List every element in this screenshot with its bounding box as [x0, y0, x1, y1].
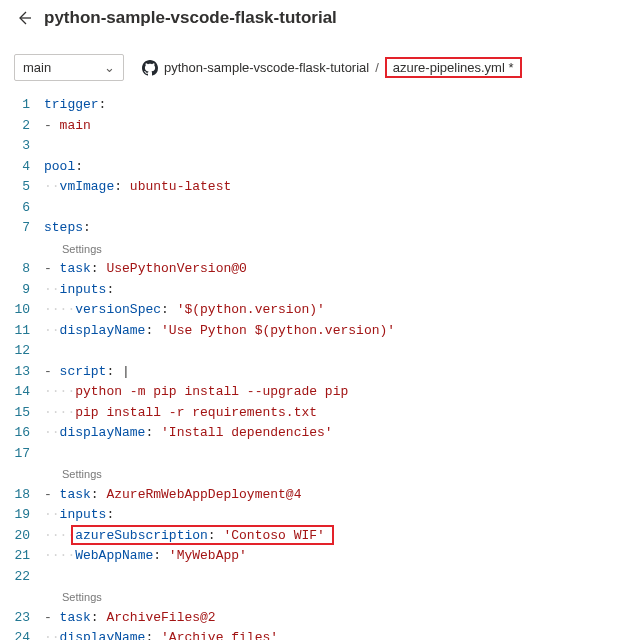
chevron-down-icon: ⌄	[104, 60, 115, 75]
code-line[interactable]: ··inputs:	[44, 280, 625, 301]
code-line[interactable]	[44, 444, 625, 465]
code-line[interactable]: ····WebAppName: 'MyWebApp'	[44, 546, 625, 567]
code-line[interactable]: - task: ArchiveFiles@2	[44, 608, 625, 629]
line-gutter: 123456789101112131415161718192021222324	[0, 95, 44, 640]
settings-link[interactable]: Settings	[44, 464, 625, 485]
back-arrow-icon[interactable]	[14, 8, 34, 28]
code-line[interactable]: ··displayName: 'Use Python $(python.vers…	[44, 321, 625, 342]
code-line[interactable]: - task: UsePythonVersion@0	[44, 259, 625, 280]
settings-link[interactable]: Settings	[44, 239, 625, 260]
code-line[interactable]: steps:	[44, 218, 625, 239]
code-line[interactable]: - task: AzureRmWebAppDeployment@4	[44, 485, 625, 506]
code-editor[interactable]: 123456789101112131415161718192021222324 …	[0, 89, 625, 640]
branch-selector[interactable]: main ⌄	[14, 54, 124, 81]
page-header: python-sample-vscode-flask-tutorial	[0, 0, 625, 42]
breadcrumb-repo[interactable]: python-sample-vscode-flask-tutorial	[164, 60, 369, 75]
breadcrumb: python-sample-vscode-flask-tutorial / az…	[142, 57, 522, 78]
code-line[interactable]: ····azureSubscription: 'Contoso WIF'	[44, 526, 625, 547]
settings-link[interactable]: Settings	[44, 587, 625, 608]
breadcrumb-file[interactable]: azure-pipelines.yml *	[385, 57, 522, 78]
code-line[interactable]: - main	[44, 116, 625, 137]
github-icon	[142, 60, 158, 76]
breadcrumb-separator: /	[375, 60, 379, 75]
code-line[interactable]: ··vmImage: ubuntu-latest	[44, 177, 625, 198]
code-line[interactable]: ··displayName: 'Install dependencies'	[44, 423, 625, 444]
code-line[interactable]: - script: |	[44, 362, 625, 383]
toolbar: main ⌄ python-sample-vscode-flask-tutori…	[0, 42, 625, 89]
code-line[interactable]: ····versionSpec: '$(python.version)'	[44, 300, 625, 321]
branch-name: main	[23, 60, 51, 75]
code-line[interactable]	[44, 341, 625, 362]
code-line[interactable]: pool:	[44, 157, 625, 178]
code-line[interactable]	[44, 136, 625, 157]
code-line[interactable]	[44, 567, 625, 588]
code-line[interactable]: ····python -m pip install --upgrade pip	[44, 382, 625, 403]
code-line[interactable]	[44, 198, 625, 219]
code-area[interactable]: trigger:- mainpool:··vmImage: ubuntu-lat…	[44, 95, 625, 640]
page-title: python-sample-vscode-flask-tutorial	[44, 8, 337, 28]
code-line[interactable]: ····pip install -r requirements.txt	[44, 403, 625, 424]
code-line[interactable]: ··inputs:	[44, 505, 625, 526]
code-line[interactable]: trigger:	[44, 95, 625, 116]
code-line[interactable]: ··displayName: 'Archive files'	[44, 628, 625, 640]
